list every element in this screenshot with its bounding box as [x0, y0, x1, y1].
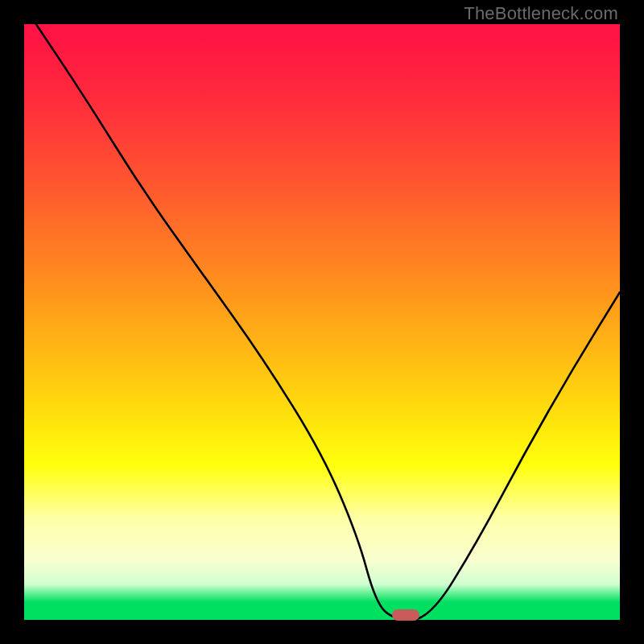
- optimum-marker: [392, 609, 419, 621]
- watermark-text: TheBottleneck.com: [464, 3, 618, 24]
- plot-area: [24, 24, 620, 620]
- bottleneck-curve: [24, 24, 620, 620]
- chart-frame: TheBottleneck.com: [0, 0, 644, 644]
